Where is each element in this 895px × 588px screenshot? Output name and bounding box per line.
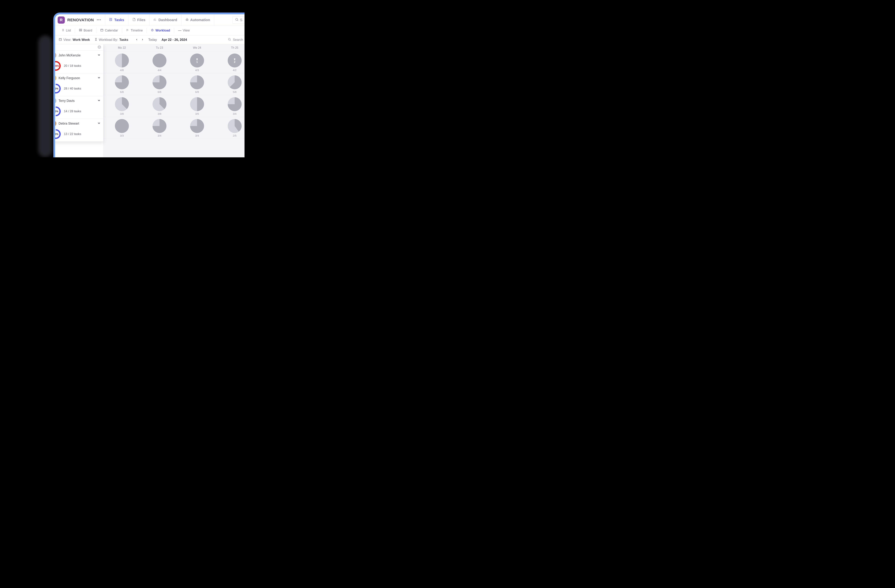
tab-tasks[interactable]: Tasks bbox=[105, 14, 128, 26]
chevron-down-icon bbox=[97, 53, 101, 58]
mode-list-label: List bbox=[66, 29, 71, 32]
by-value: Tasks bbox=[119, 38, 128, 42]
pie-icon bbox=[228, 75, 242, 89]
mode-timeline-label: Timeline bbox=[130, 29, 143, 32]
progress-percent: 50% bbox=[55, 108, 59, 115]
cell-fraction: 4/4 bbox=[158, 68, 161, 71]
chevron-down-icon bbox=[97, 99, 101, 103]
workload-cell[interactable]: 2/5 bbox=[216, 117, 244, 139]
cell-fraction: 3/6 bbox=[195, 112, 199, 115]
svg-rect-9 bbox=[81, 30, 82, 31]
header-search[interactable]: S bbox=[232, 16, 244, 24]
tab-files-label: Files bbox=[137, 18, 146, 22]
view-label: View: bbox=[64, 38, 71, 42]
workload-cell[interactable]: 3/4 bbox=[178, 117, 216, 139]
tab-automation[interactable]: Automation bbox=[181, 14, 214, 26]
by-label: Workload By: bbox=[99, 38, 118, 42]
person-header[interactable]: John McKenzie bbox=[55, 52, 101, 58]
tasks-count: 28 / 40 tasks bbox=[64, 87, 81, 90]
person-row: Kelly Ferguson 70% 28 / 40 tasks bbox=[55, 73, 103, 96]
svg-point-13 bbox=[228, 38, 231, 40]
person-header[interactable]: Terry Davis bbox=[55, 98, 101, 104]
workload-cell[interactable]: 5/8 bbox=[216, 73, 244, 95]
workload-toolbar: View: Work Week Workload By: Tasks Today… bbox=[55, 35, 244, 44]
person-header[interactable]: Debra Stewart bbox=[55, 121, 101, 126]
app-window: R RENOVATION ••• Tasks Files bbox=[53, 12, 244, 157]
person-row: Debra Stewart 60% 13 / 22 tasks bbox=[55, 119, 103, 142]
mode-workload[interactable]: Workload bbox=[148, 27, 173, 34]
grid-search-label: Search bbox=[233, 38, 243, 42]
today-button[interactable]: Today bbox=[149, 38, 157, 42]
person-header[interactable]: Kelly Ferguson bbox=[55, 75, 101, 81]
cell-fraction: 5/8 bbox=[233, 90, 237, 94]
tab-tasks-label: Tasks bbox=[114, 18, 124, 22]
overload-badge: ⧗1 bbox=[190, 53, 204, 67]
workload-cell[interactable]: 4/4 bbox=[141, 52, 178, 73]
people-panel: ⌄⌄ John McKenzie 100% 20 / 18 tasks Kell… bbox=[55, 44, 103, 142]
search-icon bbox=[228, 38, 231, 42]
app-content: R RENOVATION ••• Tasks Files bbox=[55, 14, 244, 157]
mode-list[interactable]: List bbox=[59, 27, 73, 34]
workload-grid: Mo 22Tu 23We 24Th 254/84/4⧗14/3⧗24/26/86… bbox=[103, 44, 244, 157]
automation-icon bbox=[185, 18, 189, 22]
svg-rect-6 bbox=[79, 29, 80, 30]
pie-icon bbox=[190, 75, 204, 89]
workload-icon bbox=[151, 29, 154, 33]
next-button[interactable] bbox=[141, 38, 144, 42]
mode-timeline[interactable]: Timeline bbox=[123, 27, 145, 34]
grid-search[interactable]: Search bbox=[228, 38, 243, 42]
cell-fraction: 3/4 bbox=[195, 134, 199, 137]
workload-cell[interactable]: 3/8 bbox=[141, 95, 178, 117]
svg-point-3 bbox=[187, 20, 188, 20]
pie-icon bbox=[153, 119, 167, 133]
avatar bbox=[55, 75, 56, 81]
pie-icon bbox=[228, 119, 242, 133]
workload-cell[interactable]: 4/8 bbox=[103, 52, 141, 73]
pie-icon bbox=[115, 97, 129, 111]
day-header: Mo 22 bbox=[103, 44, 141, 52]
tasks-count: 20 / 18 tasks bbox=[64, 64, 81, 68]
files-icon bbox=[132, 18, 136, 22]
workload-cell[interactable]: 3/6 bbox=[178, 95, 216, 117]
workload-cell[interactable]: 6/8 bbox=[103, 73, 141, 95]
dashboard-icon bbox=[153, 18, 157, 22]
cell-fraction: 3/8 bbox=[158, 112, 161, 115]
project-menu-button[interactable]: ••• bbox=[95, 17, 103, 23]
overload-badge: ⧗2 bbox=[228, 53, 242, 67]
workload-cell[interactable]: 3/4 bbox=[141, 117, 178, 139]
mode-view-label: View bbox=[183, 29, 190, 32]
mode-board-label: Board bbox=[83, 29, 92, 32]
workload-by-selector[interactable]: Workload By: Tasks bbox=[94, 38, 128, 42]
person-stats: 70% 28 / 40 tasks bbox=[55, 84, 101, 94]
cell-fraction: 3/8 bbox=[120, 112, 124, 115]
cell-fraction: 4/2 bbox=[233, 68, 237, 71]
workload-cell[interactable]: 3/3 bbox=[103, 117, 141, 139]
person-stats: 100% 20 / 18 tasks bbox=[55, 61, 101, 71]
prev-button[interactable] bbox=[135, 38, 138, 42]
cell-fraction: 4/3 bbox=[195, 68, 199, 71]
progress-percent: 100% bbox=[55, 62, 59, 70]
progress-ring: 60% bbox=[55, 129, 61, 139]
mode-board[interactable]: Board bbox=[76, 27, 95, 34]
workload-cell[interactable]: 6/8 bbox=[141, 73, 178, 95]
view-selector[interactable]: View: Work Week bbox=[59, 38, 90, 42]
panel-collapse-button[interactable] bbox=[97, 45, 101, 50]
progress-ring: 50% bbox=[55, 106, 61, 116]
progress-percent: 60% bbox=[55, 130, 59, 138]
window-shadow bbox=[38, 35, 52, 157]
person-name: Kelly Ferguson bbox=[59, 76, 95, 80]
person-name: Debra Stewart bbox=[59, 122, 95, 126]
workload-cell[interactable]: ⧗14/3 bbox=[178, 52, 216, 73]
person-stats: 60% 13 / 22 tasks bbox=[55, 129, 101, 139]
tab-files[interactable]: Files bbox=[128, 14, 149, 26]
workload-cell[interactable]: ⧗24/2 bbox=[216, 52, 244, 73]
tasks-icon bbox=[109, 18, 113, 22]
workload-cell[interactable]: 6/8 bbox=[178, 73, 216, 95]
mode-calendar[interactable]: Calendar bbox=[98, 27, 120, 34]
tab-dashboard[interactable]: Dashboard bbox=[149, 14, 181, 26]
workload-cell[interactable]: 3/8 bbox=[103, 95, 141, 117]
workload-cell[interactable]: 3/4 bbox=[216, 95, 244, 117]
view-value: Work Week bbox=[73, 38, 90, 42]
mode-add-view[interactable]: — View bbox=[176, 27, 192, 33]
tab-dashboard-label: Dashboard bbox=[158, 18, 177, 22]
